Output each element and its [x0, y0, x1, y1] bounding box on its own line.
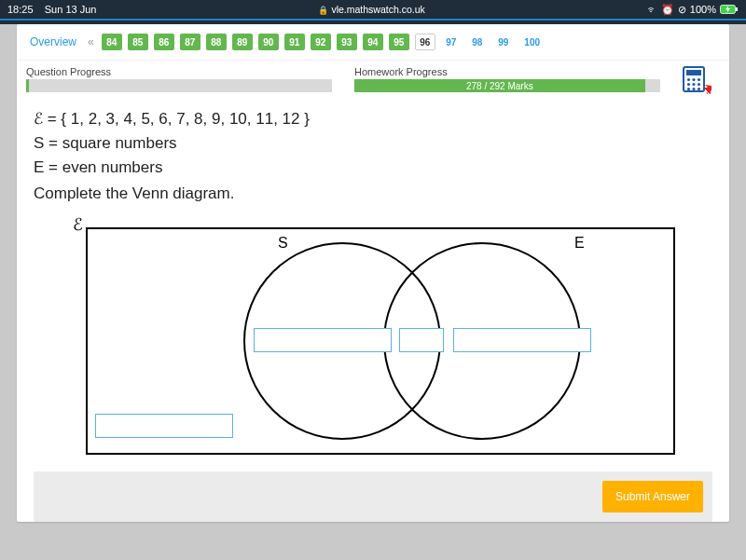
status-date: Sun 13 Jun: [45, 4, 97, 15]
svg-point-8: [692, 83, 695, 86]
svg-rect-3: [686, 70, 701, 75]
wifi-icon: ᯤ: [647, 4, 657, 15]
question-line-e: E = even numbers: [34, 158, 712, 177]
question-line-s: S = square numbers: [34, 134, 712, 153]
venn-e-label: E: [574, 235, 585, 252]
question-nav: Overview « 84 85 86 87 88 89 90 91 92 93…: [17, 24, 729, 61]
answer-input-s-only[interactable]: [254, 328, 392, 352]
qnum-100[interactable]: 100: [519, 34, 546, 50]
answer-input-outside[interactable]: [95, 414, 233, 438]
qnum-87[interactable]: 87: [180, 34, 200, 50]
battery-text: 100%: [690, 4, 716, 15]
submit-answer-button[interactable]: Submit Answer: [602, 481, 703, 512]
venn-s-label: S: [278, 235, 288, 252]
svg-point-5: [692, 78, 695, 81]
svg-point-6: [698, 78, 700, 81]
qnum-92[interactable]: 92: [311, 34, 331, 50]
svg-point-9: [698, 83, 700, 86]
calculator-icon[interactable]: [683, 66, 712, 94]
answer-input-intersection[interactable]: [399, 328, 444, 352]
qnum-89[interactable]: 89: [232, 34, 253, 50]
qnum-91[interactable]: 91: [284, 34, 305, 50]
venn-epsilon-label: ℰ: [73, 214, 83, 235]
qnum-86[interactable]: 86: [154, 34, 174, 50]
question-instruction: Complete the Venn diagram.: [34, 184, 712, 203]
qnum-96[interactable]: 96: [415, 34, 435, 50]
qnum-94[interactable]: 94: [363, 34, 383, 50]
battery-icon: [720, 5, 739, 14]
alarm-icon: ⏰: [661, 4, 674, 16]
svg-rect-1: [736, 7, 738, 11]
qnum-84[interactable]: 84: [102, 34, 122, 50]
qnum-85[interactable]: 85: [128, 34, 148, 50]
homework-progress-label: Homework Progress: [354, 66, 660, 77]
overview-link[interactable]: Overview: [26, 32, 80, 52]
question-line-epsilon: ℰ = { 1, 2, 3, 4, 5, 6, 7, 8, 9, 10, 11,…: [34, 109, 712, 129]
homework-progress-bar: 278 / 292 Marks: [354, 79, 660, 92]
homework-progress-text: 278 / 292 Marks: [466, 81, 533, 91]
answer-input-e-only[interactable]: [453, 328, 591, 352]
svg-point-10: [687, 88, 690, 90]
qnum-93[interactable]: 93: [337, 34, 357, 50]
svg-point-12: [698, 88, 700, 90]
answer-bar: Submit Answer: [34, 471, 712, 522]
qnum-97[interactable]: 97: [441, 34, 462, 50]
qnum-90[interactable]: 90: [258, 34, 279, 50]
question-progress-bar: [26, 79, 332, 92]
svg-point-4: [687, 78, 690, 81]
question-progress-label: Question Progress: [26, 66, 332, 77]
status-time: 18:25: [7, 4, 34, 15]
qnum-99[interactable]: 99: [493, 34, 514, 50]
status-url: vle.mathswatch.co.uk: [331, 4, 424, 15]
venn-diagram: ℰ S E: [34, 218, 712, 460]
qnum-95[interactable]: 95: [389, 34, 409, 50]
nav-prev[interactable]: «: [86, 35, 96, 48]
lock-icon: [318, 4, 331, 15]
svg-point-7: [687, 83, 690, 86]
orientation-lock-icon: ⊘: [678, 4, 686, 16]
qnum-88[interactable]: 88: [206, 34, 227, 50]
svg-point-11: [692, 88, 695, 90]
qnum-98[interactable]: 98: [467, 34, 488, 50]
ipad-status-bar: 18:25 Sun 13 Jun vle.mathswatch.co.uk ᯤ …: [0, 0, 746, 19]
